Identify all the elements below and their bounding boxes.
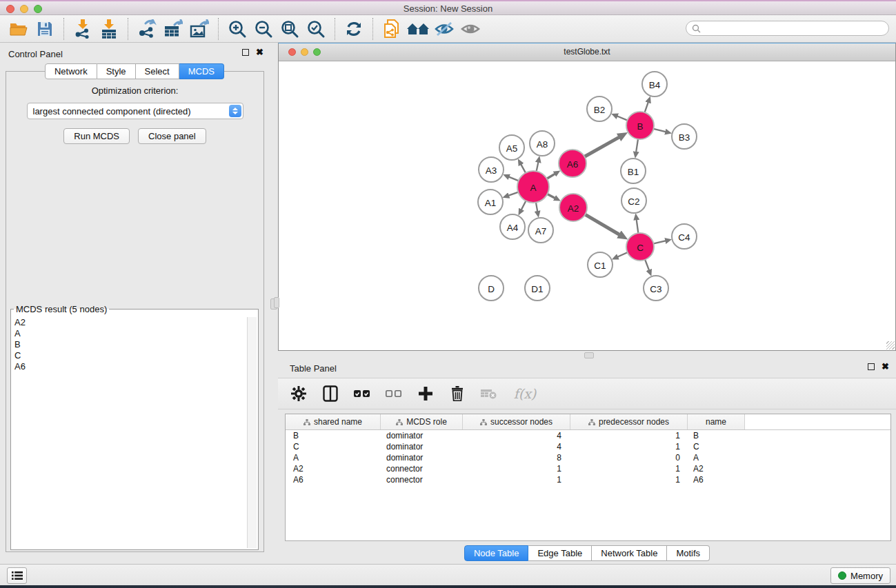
edge-A-A1[interactable] [508,192,519,195]
table-cell[interactable]: A2 [286,463,381,474]
delete-table-button-disabled[interactable] [481,385,497,402]
column-header-predecessor-nodes[interactable]: predecessor nodes [570,414,688,429]
table-row[interactable]: Adominator80A [286,452,890,463]
float-panel-icon[interactable] [868,363,875,370]
import-network-button[interactable] [72,19,93,39]
mcds-result-item[interactable]: A6 [12,361,248,372]
table-cell[interactable]: connector [381,474,463,485]
delete-column-button[interactable] [449,385,466,402]
network-canvas[interactable]: B4B2BB3A8A5A6B1A3AC2A1A2A4A7C4CC1DD1C3 [279,61,895,350]
graph-node-D1[interactable]: D1 [525,276,550,301]
column-header-MCDS-role[interactable]: MCDS role [381,414,463,429]
table-cell[interactable]: C [286,441,381,452]
close-panel-icon[interactable]: ✖ [882,363,889,370]
edge-B-B1[interactable] [636,139,638,152]
edge-A-A3[interactable] [509,177,519,181]
home-view-button[interactable] [408,19,428,39]
table-cell[interactable]: A [688,452,745,463]
graph-node-A3[interactable]: A3 [479,157,504,182]
show-columns-button[interactable] [322,385,339,402]
table-cell[interactable]: 1 [570,474,688,485]
edge-B-B3[interactable] [653,129,665,132]
edge-A6-B[interactable] [584,137,619,157]
table-cell[interactable]: dominator [381,452,463,463]
table-cell[interactable]: 4 [463,430,570,441]
graph-node-C3[interactable]: C3 [644,276,668,301]
edge-A-A6[interactable] [546,174,555,179]
table-cell[interactable]: A6 [286,474,381,485]
table-cell[interactable]: dominator [381,441,463,452]
splitter-handle[interactable] [274,297,279,308]
mcds-result-item[interactable]: B [12,339,248,350]
search-field[interactable] [686,21,889,36]
table-row[interactable]: A6connector11A6 [286,474,890,485]
graph-node-B3[interactable]: B3 [672,124,697,149]
graph-node-D[interactable]: D [479,276,504,301]
mcds-list-scrollbar[interactable] [247,317,257,548]
edge-A-A4[interactable] [521,201,526,210]
table-cell[interactable]: 4 [463,441,570,452]
graph-node-B1[interactable]: B1 [621,159,646,183]
graph-node-A8[interactable]: A8 [530,131,555,156]
run-mcds-button[interactable]: Run MCDS [63,128,130,144]
table-cell[interactable]: 1 [570,463,688,474]
mcds-result-item[interactable]: A [12,328,248,339]
table-cell[interactable]: 0 [570,452,688,463]
table-cell[interactable]: B [688,430,745,441]
edge-A-A8[interactable] [536,162,538,172]
control-tab-select[interactable]: Select [136,63,179,79]
edge-B-B4[interactable] [644,102,648,113]
column-header-successor-nodes[interactable]: successor nodes [463,414,570,429]
edge-C-C2[interactable] [637,220,639,234]
refresh-button[interactable] [344,19,364,39]
edge-C-C4[interactable] [653,241,665,243]
graph-node-A[interactable]: A [517,171,549,203]
table-cell[interactable]: 1 [463,474,570,485]
table-tab-node-table[interactable]: Node Table [464,545,529,561]
table-row[interactable]: Cdominator41C [286,441,890,452]
graph-node-B4[interactable]: B4 [642,72,667,97]
table-tab-edge-table[interactable]: Edge Table [528,545,592,561]
zoom-fit-button[interactable] [279,19,300,39]
table-cell[interactable]: dominator [381,430,463,441]
control-tab-style[interactable]: Style [97,63,136,79]
float-panel-icon[interactable] [242,49,249,56]
graph-node-A1[interactable]: A1 [478,190,503,214]
show-graphics-button[interactable] [460,19,481,39]
edge-C-C1[interactable] [618,252,628,257]
select-all-rows-button[interactable] [354,385,370,402]
add-column-button[interactable] [417,385,434,402]
duplicate-network-button[interactable] [381,19,402,39]
graph-node-B2[interactable]: B2 [587,97,612,121]
table-row[interactable]: A2connector11A2 [286,463,890,474]
graph-node-A5[interactable]: A5 [499,135,524,160]
graph-node-C[interactable]: C [626,233,654,261]
network-graph[interactable]: B4B2BB3A8A5A6B1A3AC2A1A2A4A7C4CC1DD1C3 [279,61,895,350]
criterion-dropdown[interactable]: largest connected component (directed) [27,103,243,119]
graph-node-C2[interactable]: C2 [621,188,646,213]
close-panel-icon[interactable]: ✖ [256,49,263,56]
edge-C-C3[interactable] [645,259,649,270]
function-builder-button-disabled[interactable]: f(x) [512,385,537,402]
edge-A-A5[interactable] [521,165,526,174]
table-cell[interactable]: 1 [570,441,688,452]
table-cell[interactable]: C [688,441,745,452]
hide-graphics-button[interactable] [434,19,455,39]
table-cell[interactable]: 8 [463,452,570,463]
column-header-name[interactable]: name [688,414,745,429]
edge-A2-C[interactable] [584,214,619,235]
graph-node-C1[interactable]: C1 [588,252,613,277]
mcds-result-item[interactable]: C [12,350,248,361]
table-cell[interactable]: 1 [570,430,688,441]
export-table-button[interactable] [163,19,183,39]
table-cell[interactable]: connector [381,463,463,474]
table-settings-button[interactable] [290,385,307,402]
graph-node-A2[interactable]: A2 [559,194,587,221]
zoom-selected-button[interactable] [306,19,326,39]
task-history-button[interactable] [7,567,27,584]
mcds-result-item[interactable]: A2 [12,317,248,328]
export-network-button[interactable] [137,19,157,39]
open-session-button[interactable] [8,19,29,39]
table-cell[interactable]: A [286,452,381,463]
control-tab-mcds[interactable]: MCDS [179,63,224,79]
